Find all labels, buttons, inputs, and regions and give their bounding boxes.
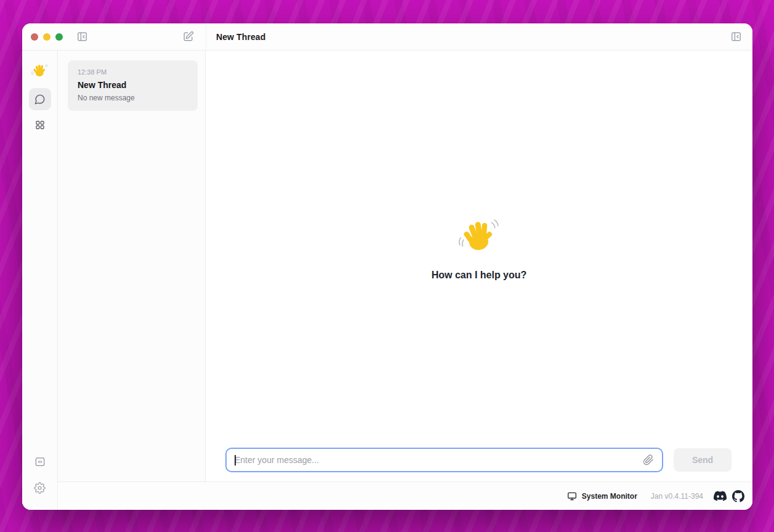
- collapse-right-panel-button[interactable]: [728, 29, 744, 45]
- jan-app-window: New Thread: [22, 23, 752, 510]
- new-thread-button[interactable]: [180, 29, 196, 45]
- app-version-label: Jan v0.4.11-394: [651, 492, 703, 501]
- send-button[interactable]: Send: [674, 448, 732, 472]
- page-title: New Thread: [216, 32, 265, 42]
- chat-panel: How can I help you?: [206, 50, 752, 482]
- text-caret: [235, 455, 236, 465]
- status-footer: System Monitor Jan v0.4.11-394: [58, 482, 752, 510]
- collapse-left-panel-icon: [76, 31, 88, 42]
- system-monitor-icon: [567, 491, 577, 501]
- collapse-left-panel-button[interactable]: [74, 29, 90, 45]
- social-links: [714, 490, 744, 502]
- attach-file-button[interactable]: [643, 454, 654, 465]
- thread-list-panel: 12:38 PM New Thread No new message: [58, 50, 206, 482]
- threads-chat-icon: [34, 94, 46, 105]
- message-input-row: Send: [206, 448, 752, 482]
- collapse-right-panel-icon: [730, 31, 742, 42]
- maximize-window-button[interactable]: [55, 33, 63, 41]
- settings-gear-icon: [34, 482, 46, 494]
- wave-hand-emoji: [459, 218, 499, 254]
- thread-title: New Thread: [78, 80, 188, 90]
- thread-subtitle: No new message: [78, 94, 188, 102]
- attachment-paperclip-icon: [643, 454, 654, 465]
- system-monitor-label: System Monitor: [582, 492, 637, 501]
- right-column: 12:38 PM New Thread No new message How c…: [58, 50, 752, 510]
- sidebar-item-hub[interactable]: [29, 114, 51, 136]
- sidebar-item-settings[interactable]: [29, 477, 51, 499]
- github-link[interactable]: [732, 490, 744, 502]
- titlebar: New Thread: [22, 23, 752, 50]
- close-window-button[interactable]: [31, 33, 38, 41]
- sidebar-item-threads[interactable]: [29, 88, 51, 110]
- hub-grid-icon: [34, 119, 46, 131]
- titlebar-left-zone: [22, 23, 206, 50]
- github-icon: [732, 490, 744, 502]
- minimize-window-button[interactable]: [43, 33, 50, 41]
- wave-hand-logo: [31, 63, 48, 78]
- new-thread-compose-icon: [182, 31, 194, 42]
- message-input[interactable]: [235, 455, 637, 465]
- panels-row: 12:38 PM New Thread No new message How c…: [58, 50, 752, 482]
- sidebar-item-local-api-server[interactable]: [29, 451, 51, 473]
- discord-link[interactable]: [714, 490, 727, 502]
- left-rail: [22, 50, 58, 510]
- discord-icon: [714, 490, 727, 502]
- thread-list-item[interactable]: 12:38 PM New Thread No new message: [68, 60, 198, 111]
- system-monitor-toggle[interactable]: System Monitor: [567, 491, 637, 501]
- titlebar-main-zone: New Thread: [206, 23, 752, 50]
- greeting-text: How can I help you?: [432, 270, 527, 281]
- content-row: 12:38 PM New Thread No new message How c…: [22, 50, 752, 510]
- traffic-lights: [31, 33, 63, 41]
- desktop-wallpaper: { "titlebar": { "title": "New Thread", "…: [0, 0, 774, 532]
- thread-time: 12:38 PM: [78, 68, 188, 76]
- chat-empty-state: How can I help you?: [206, 50, 752, 448]
- local-api-server-icon: [34, 456, 46, 468]
- message-input-wrapper: [225, 448, 663, 472]
